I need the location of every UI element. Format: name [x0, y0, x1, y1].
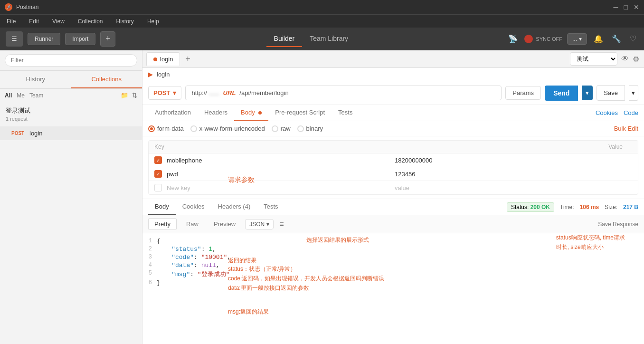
url-domain: ......	[209, 89, 219, 96]
app-title: Postman	[16, 4, 38, 10]
json-format-select[interactable]: JSON ▾	[245, 219, 274, 229]
tab-builder[interactable]: Builder	[266, 31, 303, 47]
raw-option[interactable]: raw	[272, 125, 291, 132]
save-btn[interactable]: Save	[597, 85, 625, 101]
menu-view[interactable]: View	[49, 17, 67, 26]
request-tab-login[interactable]: login	[146, 52, 180, 66]
import-label: Import	[72, 36, 88, 42]
save-dropdown-btn[interactable]: ▾	[629, 85, 638, 101]
antenna-icon[interactable]: 📡	[506, 32, 520, 45]
param-key-0[interactable]: mobilephone	[167, 157, 395, 164]
settings-env-icon[interactable]: ⚙	[633, 55, 639, 64]
new-param-key[interactable]: New key	[167, 184, 395, 191]
resp-tab-cookies[interactable]: Cookies	[176, 199, 211, 215]
format-pretty-btn[interactable]: Pretty	[148, 218, 177, 230]
new-tab-btn[interactable]: +	[100, 31, 115, 47]
new-param-check[interactable]	[154, 184, 162, 191]
resp-tab-tests[interactable]: Tests	[257, 199, 284, 215]
filter-me[interactable]: Me	[17, 92, 25, 99]
profile-btn[interactable]: ... ▾	[567, 33, 587, 45]
add-collection-icon[interactable]: 📁	[121, 92, 128, 99]
urlencoded-radio[interactable]	[190, 125, 197, 132]
form-data-radio[interactable]	[148, 125, 155, 132]
cookies-link[interactable]: Cookies	[596, 109, 618, 116]
param-check-1[interactable]	[154, 170, 162, 178]
req-tab-headers[interactable]: Headers	[198, 105, 234, 121]
send-btn[interactable]: Send	[545, 86, 578, 101]
menu-edit[interactable]: Edit	[26, 17, 42, 26]
resp-tab-headers[interactable]: Headers (4)	[211, 199, 257, 215]
eye-icon[interactable]: 👁	[621, 55, 629, 63]
sidebar-toggle-btn[interactable]: ☰	[6, 31, 23, 47]
minimize-btn[interactable]: ─	[614, 3, 618, 11]
code-line-4: 4 "data": null,	[142, 261, 644, 269]
menu-help[interactable]: Help	[144, 17, 162, 26]
menu-history[interactable]: History	[114, 17, 137, 26]
line-num-3: 3	[142, 254, 157, 261]
line-num-6: 6	[142, 279, 157, 287]
app-icon: 🚀	[5, 3, 12, 11]
wrap-btn[interactable]: ≡	[279, 220, 284, 229]
send-dropdown-btn[interactable]: ▾	[582, 86, 593, 100]
select-format-annotation: 选择返回结果的展示形式	[306, 236, 369, 244]
notifications-icon[interactable]: 🔔	[592, 32, 605, 45]
tab-dot	[153, 57, 157, 61]
request-params-annotation: 请求参数	[228, 176, 255, 184]
filter-all[interactable]: All	[5, 92, 12, 99]
binary-radio[interactable]	[297, 125, 304, 132]
sort-icon[interactable]: ⇅	[132, 92, 137, 99]
sidebar: History Collections All Me Team 📁 ⇅ 登录测试…	[0, 50, 142, 344]
raw-radio[interactable]	[272, 125, 278, 132]
param-value-0[interactable]: 18200000000	[395, 157, 632, 164]
req-tab-tests[interactable]: Tests	[331, 105, 359, 121]
collection-item[interactable]: 登录测试 1 request	[0, 102, 142, 126]
close-btn[interactable]: ✕	[634, 3, 639, 11]
code-link[interactable]: Code	[624, 109, 638, 116]
urlencoded-option[interactable]: x-www-form-urlencoded	[190, 125, 265, 132]
param-check-0[interactable]	[154, 156, 162, 164]
resp-tab-body[interactable]: Body	[148, 199, 176, 215]
filter-team[interactable]: Team	[29, 92, 43, 99]
sidebar-tabs: History Collections	[0, 71, 142, 89]
runner-btn[interactable]: Runner	[28, 33, 60, 45]
sidebar-tab-collections[interactable]: Collections	[71, 71, 142, 88]
new-request-btn[interactable]: +	[181, 52, 194, 66]
line-code-1: {	[157, 238, 161, 245]
param-key-1[interactable]: pwd	[167, 171, 395, 178]
import-btn[interactable]: Import	[65, 33, 95, 45]
status-label: Status:	[511, 204, 529, 210]
sidebar-tab-history[interactable]: History	[0, 71, 71, 88]
bulk-edit-btn[interactable]: Bulk Edit	[614, 125, 638, 132]
status-info: Status: 200 OK Time: 106 ms Size: 217 B	[507, 202, 638, 212]
form-data-option[interactable]: form-data	[148, 125, 184, 132]
filter-input[interactable]	[5, 54, 137, 67]
req-tab-pre-request[interactable]: Pre-request Script	[268, 105, 331, 121]
maximize-btn[interactable]: □	[624, 3, 628, 11]
format-preview-btn[interactable]: Preview	[208, 219, 241, 229]
url-prefix: http://	[191, 89, 207, 96]
new-param-value[interactable]: value	[395, 184, 632, 191]
line-code-3: "code": "10001",	[157, 254, 231, 261]
method-badge: POST	[11, 131, 26, 136]
req-tab-body[interactable]: Body	[234, 105, 268, 121]
collection-count: 1 request	[6, 116, 136, 122]
url-field[interactable]: http:// ...... URL /api/member/login	[185, 86, 502, 100]
collection-name: 登录测试	[6, 106, 136, 115]
heart-icon[interactable]: ♡	[628, 32, 638, 45]
profile-chevron-icon: ▾	[579, 36, 582, 42]
settings-icon[interactable]: 🔧	[610, 32, 623, 45]
params-btn[interactable]: Params	[505, 86, 541, 100]
menu-collection[interactable]: Collection	[75, 17, 106, 26]
format-raw-btn[interactable]: Raw	[180, 219, 204, 229]
env-select[interactable]: 测试	[570, 52, 617, 66]
save-response-btn[interactable]: Save Response	[598, 221, 638, 228]
req-tab-authorization[interactable]: Authorization	[148, 105, 198, 121]
request-item[interactable]: POST login	[0, 126, 142, 140]
menu-file[interactable]: File	[4, 17, 19, 26]
line-code-2: "status": 1,	[157, 246, 216, 253]
code-line-5: 5 "msg": "登录成功"	[142, 269, 644, 279]
param-value-1[interactable]: 123456	[395, 171, 632, 178]
tab-team-library[interactable]: Team Library	[302, 31, 356, 47]
method-select[interactable]: POST ▾	[148, 86, 181, 100]
binary-option[interactable]: binary	[297, 125, 323, 132]
